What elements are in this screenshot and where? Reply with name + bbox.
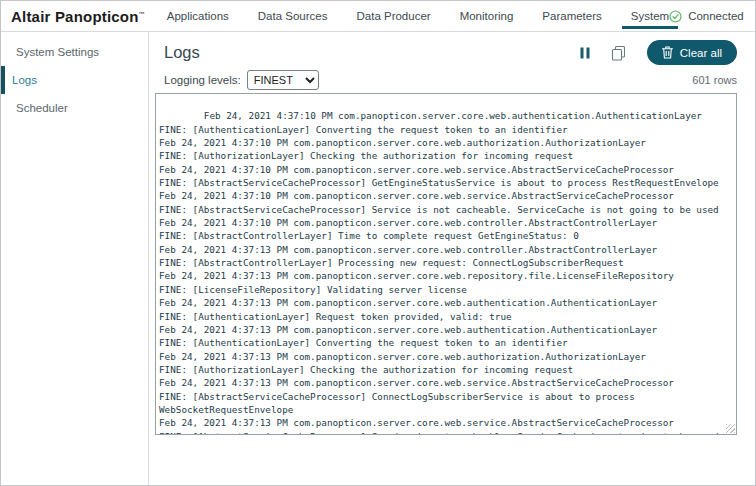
- resize-grip-icon[interactable]: [726, 424, 735, 433]
- tab-data-producer[interactable]: Data Producer: [356, 10, 430, 22]
- app-logo: Altair Panopticon™: [11, 8, 145, 25]
- tab-system[interactable]: System: [631, 10, 669, 22]
- connection-status: Connected: [669, 9, 756, 23]
- page-title: Logs: [164, 43, 200, 62]
- row-count-label: 601 rows: [692, 74, 737, 86]
- controls-row: Logging levels: FINEST 601 rows: [164, 70, 737, 90]
- logging-levels-label: Logging levels:: [164, 74, 241, 86]
- content-area: System Settings Logs Scheduler Logs: [1, 32, 755, 485]
- tab-applications[interactable]: Applications: [167, 10, 229, 22]
- log-toolbar: Clear all: [580, 40, 737, 65]
- clear-all-label: Clear all: [680, 47, 722, 59]
- log-textarea[interactable]: Feb 24, 2021 4:37:10 PM com.panopticon.s…: [155, 93, 737, 435]
- sidebar-item-scheduler[interactable]: Scheduler: [1, 94, 148, 122]
- tab-monitoring[interactable]: Monitoring: [460, 10, 514, 22]
- tab-data-sources[interactable]: Data Sources: [258, 10, 328, 22]
- pause-icon[interactable]: [580, 47, 590, 59]
- sidebar-item-logs[interactable]: Logs: [1, 66, 148, 94]
- trash-icon: [662, 46, 673, 59]
- nav-tabs: Applications Data Sources Data Producer …: [167, 10, 669, 22]
- top-navbar: Altair Panopticon™ Applications Data Sou…: [1, 1, 755, 32]
- tab-parameters[interactable]: Parameters: [542, 10, 601, 22]
- app-window: Altair Panopticon™ Applications Data Sou…: [0, 0, 756, 486]
- sidebar: System Settings Logs Scheduler: [1, 32, 149, 485]
- app-logo-text: Altair Panopticon: [11, 8, 139, 25]
- clear-all-button[interactable]: Clear all: [647, 40, 737, 65]
- check-circle-icon: [669, 10, 682, 23]
- trademark-mark: ™: [139, 11, 145, 17]
- title-row: Logs: [164, 40, 737, 65]
- logging-levels-select[interactable]: FINEST: [247, 70, 319, 90]
- main-panel: Logs: [149, 32, 755, 485]
- copy-icon[interactable]: [611, 45, 626, 61]
- log-text: Feb 24, 2021 4:37:10 PM com.panopticon.s…: [159, 110, 719, 435]
- sidebar-item-system-settings[interactable]: System Settings: [1, 38, 148, 66]
- connection-status-label: Connected: [688, 10, 744, 22]
